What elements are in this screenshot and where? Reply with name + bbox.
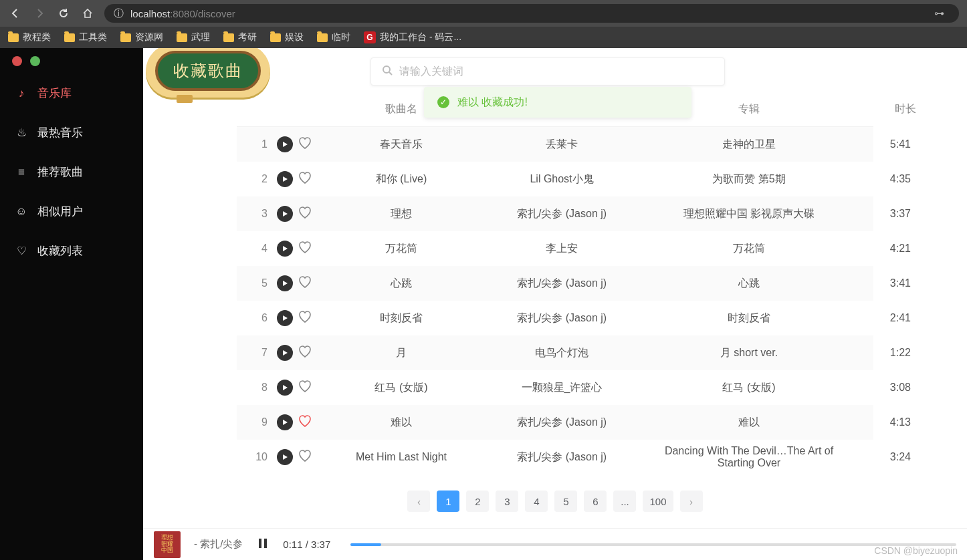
progress-bar[interactable] [350, 543, 956, 546]
reload-button[interactable] [56, 6, 71, 21]
song-duration: 4:35 [849, 173, 916, 185]
table-row[interactable]: 6时刻反省索扎/尖参 (Jason j)时刻反省2:41 [237, 301, 873, 335]
sidebar-item-icon: ≡ [15, 166, 28, 179]
pagination: ‹ 123456...100 › [143, 491, 967, 512]
sidebar-item-label: 最热音乐 [37, 125, 83, 140]
table-row[interactable]: 5心跳索扎/尖参 (Jason j)心跳3:41 [237, 266, 873, 301]
folder-icon [223, 33, 234, 42]
page-number[interactable]: 100 [643, 491, 673, 512]
forward-button[interactable] [32, 6, 47, 21]
page-next[interactable]: › [680, 491, 703, 512]
back-button[interactable] [8, 6, 23, 21]
favorite-button[interactable] [298, 206, 312, 221]
bookmark-label: 我的工作台 - 码云... [380, 31, 461, 43]
site-info-icon[interactable]: ⓘ [114, 7, 124, 20]
bookmark-item[interactable]: 考研 [223, 31, 257, 43]
bookmark-item[interactable]: 资源网 [120, 31, 163, 43]
song-artist: 索扎/尖参 (Jason j) [475, 271, 649, 296]
song-duration: 3:08 [849, 382, 916, 394]
gitee-icon: G [364, 31, 376, 43]
success-toast: ✓ 难以 收藏成功! [424, 87, 691, 118]
favorite-button[interactable] [298, 345, 312, 360]
folder-icon [177, 33, 187, 42]
favorite-button[interactable] [298, 172, 312, 186]
bookmark-item[interactable]: 武理 [177, 31, 210, 43]
play-button[interactable] [277, 171, 293, 187]
bookmark-label: 武理 [191, 31, 210, 43]
folder-icon [64, 33, 75, 42]
album-thumbnail[interactable]: 理想照耀中国 [154, 531, 181, 558]
play-button[interactable] [277, 241, 293, 257]
play-button[interactable] [277, 414, 293, 430]
table-row[interactable]: 3理想索扎/尖参 (Jason j)理想照耀中国 影视原声大碟3:37 [237, 196, 873, 231]
page-number[interactable]: 3 [496, 491, 518, 512]
table-row[interactable]: 7月电鸟个灯泡月 short ver.1:22 [237, 335, 873, 370]
favorite-button[interactable] [298, 311, 312, 325]
address-bar[interactable]: ⓘ localhost:8080/discover ⊶ [104, 4, 959, 23]
play-button[interactable] [277, 136, 293, 152]
close-window-button[interactable] [12, 56, 22, 66]
sidebar-item[interactable]: ≡推荐歌曲 [0, 152, 143, 192]
song-artist: 李上安 [475, 237, 649, 261]
play-button[interactable] [277, 380, 293, 396]
play-button[interactable] [277, 345, 293, 361]
bookmark-label: 考研 [238, 31, 257, 43]
search-input[interactable] [399, 65, 714, 78]
folder-icon [317, 33, 328, 42]
maximize-window-button[interactable] [30, 56, 40, 66]
now-playing-text: - 索扎/尖参 [194, 538, 243, 551]
sidebar-item[interactable]: ♡收藏列表 [0, 231, 143, 271]
page-number[interactable]: 5 [554, 491, 577, 512]
col-duration: 时长 [849, 102, 916, 116]
row-index: 8 [237, 382, 274, 394]
song-album: Dancing With The Devil…The Art of Starti… [649, 440, 849, 474]
pause-button[interactable] [256, 537, 270, 553]
play-button[interactable] [277, 310, 293, 326]
song-name: 春天音乐 [328, 132, 475, 157]
song-duration: 4:13 [849, 416, 916, 428]
table-row[interactable]: 10Met Him Last Night索扎/尖参 (Jason j)Danci… [237, 440, 873, 474]
favorite-button[interactable] [298, 450, 312, 464]
sidebar-item-label: 收藏列表 [37, 243, 83, 259]
sidebar-item[interactable]: ♨最热音乐 [0, 113, 143, 152]
bookmark-item[interactable]: 临时 [317, 31, 350, 43]
bookmark-label: 教程类 [23, 31, 51, 43]
bookmark-item[interactable]: G我的工作台 - 码云... [364, 31, 461, 43]
page-number[interactable]: 1 [437, 491, 459, 512]
bookmark-item[interactable]: 娱设 [270, 31, 304, 43]
home-button[interactable] [80, 6, 95, 21]
search-box[interactable] [370, 57, 725, 86]
folder-icon [270, 33, 281, 42]
sidebar-item[interactable]: ♪音乐库 [0, 74, 143, 113]
play-button[interactable] [277, 206, 293, 222]
svg-rect-3 [264, 539, 267, 548]
song-artist: 索扎/尖参 (Jason j) [475, 306, 649, 331]
table-row[interactable]: 8红马 (女版)一颗狼星_许篮心红马 (女版)3:08 [237, 370, 873, 405]
favorite-button[interactable] [298, 276, 312, 291]
song-artist: 索扎/尖参 (Jason j) [475, 445, 649, 470]
favorite-button[interactable] [298, 380, 312, 395]
favorite-button[interactable] [298, 137, 312, 152]
page-prev[interactable]: ‹ [407, 491, 430, 512]
page-number[interactable]: 4 [525, 491, 548, 512]
table-row[interactable]: 2和你 (Live)Lil Ghost小鬼为歌而赞 第5期4:35 [237, 162, 873, 196]
song-name: 万花筒 [328, 237, 475, 261]
bookmark-item[interactable]: 工具类 [64, 31, 107, 43]
table-row[interactable]: 9难以索扎/尖参 (Jason j)难以4:13 [237, 405, 873, 440]
song-name: Met Him Last Night [328, 446, 475, 468]
play-button[interactable] [277, 275, 293, 291]
table-row[interactable]: 1春天音乐丢莱卡走神的卫星5:41 [237, 127, 873, 162]
table-row[interactable]: 4万花筒李上安万花筒4:21 [237, 231, 873, 266]
key-icon[interactable]: ⊶ [934, 7, 944, 19]
sidebar-item[interactable]: ☺相似用户 [0, 192, 143, 231]
row-index: 2 [237, 173, 274, 185]
page-number[interactable]: 2 [466, 491, 489, 512]
page-number[interactable]: 6 [584, 491, 607, 512]
favorite-button[interactable] [298, 415, 312, 430]
bookmark-item[interactable]: 教程类 [8, 31, 51, 43]
favorite-button[interactable] [298, 241, 312, 256]
play-button[interactable] [277, 449, 293, 465]
page-ellipsis[interactable]: ... [613, 491, 636, 512]
song-duration: 1:22 [849, 347, 916, 359]
song-name: 月 [328, 341, 475, 366]
